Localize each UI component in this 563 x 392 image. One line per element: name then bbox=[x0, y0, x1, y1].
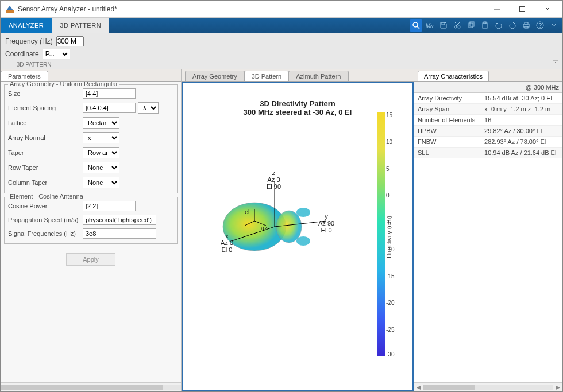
legend-element: Element - Cosine Antenna bbox=[8, 193, 85, 200]
scroll-right-icon: ▶ bbox=[553, 384, 562, 390]
tab-3d-pattern[interactable]: 3D PATTERN bbox=[52, 18, 109, 33]
redo-icon[interactable] bbox=[506, 19, 519, 32]
save-icon[interactable] bbox=[437, 19, 450, 32]
input-cosine-power[interactable] bbox=[83, 201, 136, 211]
freq-label: Frequency (Hz) bbox=[5, 37, 53, 45]
label-element-spacing: Element Spacing bbox=[8, 104, 83, 111]
toolstrip: ANALYZER 3D PATTERN MW ? bbox=[1, 18, 562, 33]
center-panel: Array Geometry 3D Pattern Azimuth Patter… bbox=[182, 69, 414, 391]
label-size: Size bbox=[8, 90, 83, 97]
right-hscroll[interactable]: ◀ ▶ bbox=[414, 382, 562, 391]
axis-y: yAz 90El 0 bbox=[318, 213, 334, 234]
table-row: FNBW282.93° Az / 78.00° El bbox=[414, 137, 562, 148]
group-element: Element - Cosine Antenna Cosine Power Pr… bbox=[4, 197, 178, 244]
svg-point-26 bbox=[296, 208, 310, 217]
tab-array-characteristics[interactable]: Array Characteristics bbox=[418, 71, 489, 81]
left-panel: Parameters Array Geometry - Uniform Rect… bbox=[1, 69, 182, 391]
coord-label: Coordinate bbox=[5, 50, 39, 58]
select-spacing-unit[interactable]: λ bbox=[138, 102, 159, 114]
axis-z: zAz 0El 90 bbox=[267, 169, 281, 190]
right-panel: Array Characteristics @ 300 MHz Array Di… bbox=[414, 69, 562, 391]
plot-3d-pattern[interactable]: 3D Directivity Pattern 300 MHz steered a… bbox=[182, 82, 414, 391]
characteristics-table: @ 300 MHz Array Directivity15.54 dBi at … bbox=[414, 82, 562, 158]
svg-rect-14 bbox=[469, 23, 473, 28]
table-row: SLL10.94 dB Az / 21.64 dB El bbox=[414, 148, 562, 158]
label-taper: Taper bbox=[8, 149, 83, 156]
window-title: Sensor Array Analyzer - untitled* bbox=[18, 5, 484, 13]
axis-x: xAz 0El 0 bbox=[221, 232, 233, 253]
tab-analyzer[interactable]: ANALYZER bbox=[1, 18, 52, 33]
input-size[interactable] bbox=[83, 88, 136, 99]
tab-azimuth-pattern[interactable]: Azimuth Pattern bbox=[288, 71, 348, 81]
ribbon-section-label: 3D PATTERN bbox=[5, 61, 63, 68]
svg-text:W: W bbox=[430, 24, 434, 28]
col-300mhz: @ 300 MHz bbox=[481, 82, 562, 93]
svg-rect-9 bbox=[442, 22, 445, 25]
print-icon[interactable] bbox=[520, 19, 533, 32]
svg-rect-2 bbox=[520, 6, 525, 11]
tab-array-geometry[interactable]: Array Geometry bbox=[185, 71, 245, 81]
maximize-button[interactable] bbox=[510, 1, 535, 17]
svg-text:?: ? bbox=[539, 22, 542, 29]
plot-title: 3D Directivity Pattern bbox=[183, 99, 412, 108]
group-array-geometry: Array Geometry - Uniform Rectangular Siz… bbox=[4, 84, 178, 193]
table-row: Number of Elements16 bbox=[414, 115, 562, 126]
label-cosine-power: Cosine Power bbox=[8, 203, 83, 209]
matlab-icon[interactable]: MW bbox=[423, 19, 436, 32]
axis-el: el bbox=[245, 208, 250, 215]
legend-array-geometry: Array Geometry - Uniform Rectangular bbox=[8, 82, 119, 87]
input-signal-freq[interactable] bbox=[83, 228, 156, 239]
colorbar bbox=[377, 112, 385, 356]
label-row-taper: Row Taper bbox=[8, 164, 83, 171]
label-signal-freq: Signal Frequencies (Hz) bbox=[8, 230, 83, 237]
svg-point-27 bbox=[296, 236, 310, 246]
svg-rect-0 bbox=[6, 10, 14, 13]
svg-point-25 bbox=[276, 211, 302, 243]
undo-icon[interactable] bbox=[492, 19, 505, 32]
table-row: Array Directivity15.54 dBi at -30 Az; 0 … bbox=[414, 93, 562, 104]
quick-access: MW ? bbox=[410, 18, 562, 33]
axis-az: az bbox=[261, 224, 268, 231]
copy-icon[interactable] bbox=[465, 19, 477, 32]
tab-parameters[interactable]: Parameters bbox=[1, 71, 48, 81]
app-icon bbox=[5, 5, 14, 14]
titlebar: Sensor Array Analyzer - untitled* bbox=[1, 1, 562, 18]
select-taper[interactable]: Row and... bbox=[83, 147, 119, 158]
coord-select[interactable]: P... bbox=[43, 49, 70, 59]
svg-line-6 bbox=[417, 26, 419, 29]
table-row: Array Spanx=0 m y=1.2 m z=1.2 m bbox=[414, 104, 562, 115]
select-lattice[interactable]: Rectang... bbox=[83, 117, 119, 129]
close-button[interactable] bbox=[535, 1, 560, 17]
cut-icon[interactable] bbox=[451, 19, 464, 32]
tab-3d-pattern-center[interactable]: 3D Pattern bbox=[244, 71, 290, 81]
colorbar-label: Directivity (dBi) bbox=[385, 216, 392, 258]
svg-rect-19 bbox=[525, 22, 528, 24]
freq-input[interactable] bbox=[56, 36, 84, 46]
apply-button[interactable]: Apply bbox=[66, 253, 115, 266]
table-row: HPBW29.82° Az / 30.00° El bbox=[414, 126, 562, 137]
input-prop-speed[interactable] bbox=[83, 215, 156, 225]
left-hscroll[interactable] bbox=[1, 382, 181, 391]
svg-rect-15 bbox=[470, 22, 474, 26]
label-lattice: Lattice bbox=[8, 119, 83, 126]
minimize-button[interactable] bbox=[484, 1, 510, 17]
input-element-spacing[interactable] bbox=[83, 103, 136, 113]
label-prop-speed: Propagation Speed (m/s) bbox=[8, 216, 83, 223]
select-column-taper[interactable]: None bbox=[83, 177, 119, 188]
svg-point-5 bbox=[413, 22, 418, 27]
select-row-taper[interactable]: None bbox=[83, 162, 119, 173]
scroll-left-icon: ◀ bbox=[414, 384, 423, 390]
paste-icon[interactable] bbox=[479, 19, 491, 32]
select-array-normal[interactable]: x bbox=[83, 132, 119, 143]
label-array-normal: Array Normal bbox=[8, 134, 83, 141]
search-icon[interactable] bbox=[410, 19, 422, 32]
dropdown-icon[interactable] bbox=[547, 19, 560, 32]
ribbon: Frequency (Hz) Coordinate P... 3D PATTER… bbox=[1, 33, 562, 69]
help-icon[interactable]: ? bbox=[534, 19, 546, 32]
collapse-ribbon-icon[interactable] bbox=[552, 60, 559, 68]
label-column-taper: Column Taper bbox=[8, 179, 83, 186]
